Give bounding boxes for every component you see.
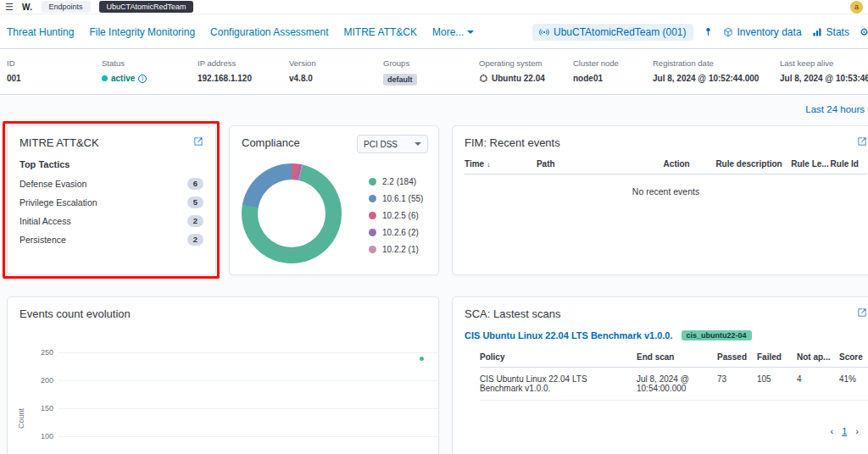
fim-col-rule-description[interactable]: Rule description <box>715 159 791 169</box>
agent-os-label: Operating system <box>479 58 573 68</box>
sca-col-not-applicable[interactable]: Not ap... <box>797 352 839 362</box>
gridline <box>58 408 438 409</box>
fim-col-action[interactable]: Action <box>664 159 716 169</box>
y-tick-100: 100 <box>31 432 438 440</box>
pagination-prev-icon[interactable]: ‹ <box>831 426 834 436</box>
agent-selector-pill[interactable]: UbuCTAtomicRedTeam (001) <box>532 24 693 41</box>
legend-label: 10.2.2 (1) <box>382 245 419 254</box>
compliance-standard-select[interactable]: PCI DSS <box>357 135 428 153</box>
agent-id-field: ID 001 <box>7 58 102 94</box>
sca-col-passed[interactable]: Passed <box>717 352 757 362</box>
tactic-row-defense-evasion[interactable]: Defense Evasion 6 <box>8 174 215 193</box>
mitre-popout-icon[interactable] <box>193 136 203 147</box>
tab-more-menu[interactable]: More... <box>432 26 474 38</box>
sca-scan-row[interactable]: CIS Ubuntu Linux 22.04 LTS Benchmark v1.… <box>480 368 868 401</box>
module-tabs: Threat Hunting File Integrity Monitoring… <box>7 14 474 49</box>
legend-item[interactable]: 10.6.1 (55) <box>369 194 423 203</box>
tactic-row-persistence[interactable]: Persistence 2 <box>8 230 215 249</box>
stats-bars-icon <box>812 27 822 37</box>
sca-scans-table: Policy End scan Passed Failed Not ap... … <box>480 352 868 401</box>
configuration-button[interactable]: ⚙ Configuration <box>860 26 868 38</box>
inventory-data-button[interactable]: Inventory data <box>723 26 802 38</box>
legend-label: 10.6.1 (55) <box>382 194 423 203</box>
compliance-legend: 2.2 (184) 10.6.1 (55) 10.2.5 (6) 10.2.6 … <box>369 177 423 254</box>
chevron-down-icon <box>415 142 421 146</box>
fim-col-rule-id[interactable]: Rule Id <box>831 159 867 169</box>
mitre-panel-title: MITRE ATT&CK <box>19 136 99 149</box>
legend-item[interactable]: 10.2.2 (1) <box>369 245 423 254</box>
agent-status-value: active <box>111 74 135 83</box>
legend-swatch <box>369 246 376 253</box>
y-tick-250: 250 <box>31 348 438 357</box>
sca-policy-link[interactable]: CIS Ubuntu Linux 22.04 LTS Benchmark v1.… <box>465 330 673 340</box>
tactic-name: Initial Access <box>19 216 71 226</box>
pagination-page-1[interactable]: 1 <box>842 426 847 436</box>
agent-ip-label: IP address <box>198 58 289 68</box>
pagination-next-icon[interactable]: › <box>855 426 859 436</box>
legend-item[interactable]: 2.2 (184) <box>369 177 423 186</box>
breadcrumb-endpoints[interactable]: Endpoints <box>42 1 91 13</box>
sca-policy-badge: cis_ubuntu22-04 <box>682 330 752 340</box>
legend-swatch <box>369 229 376 236</box>
gridline <box>58 436 438 437</box>
tactic-count-badge: 2 <box>187 215 203 227</box>
fim-col-path[interactable]: Path <box>537 159 664 169</box>
fim-panel-title: FIM: Recent events <box>465 136 560 149</box>
agent-id-value: 001 <box>7 74 102 83</box>
tactic-row-privilege-escalation[interactable]: Privilege Escalation 5 <box>8 193 215 212</box>
avatar[interactable]: a <box>850 1 863 14</box>
agent-version-value: v4.8.0 <box>289 74 383 83</box>
fim-events-table: Time ↓ Path Action Rule description Rule… <box>465 159 867 208</box>
tab-configuration-assessment[interactable]: Configuration Assessment <box>210 26 328 38</box>
inventory-data-label: Inventory data <box>737 26 802 38</box>
sca-col-score[interactable]: Score <box>839 352 868 362</box>
status-info-icon[interactable]: i <box>138 75 147 83</box>
sca-latest-scans-panel: SCA: Lastest scans CIS Ubuntu Linux 22.0… <box>452 296 868 454</box>
fim-recent-events-panel: FIM: Recent events Time ↓ Path Action Ru… <box>452 125 868 275</box>
sca-cell-end-scan: Jul 8, 2024 @ 10:54:00.000 <box>637 374 717 393</box>
sca-cell-score: 41% <box>839 374 868 393</box>
legend-item[interactable]: 10.2.6 (2) <box>369 228 423 237</box>
agent-os-value: Ubuntu 22.04 <box>492 74 545 83</box>
menu-icon[interactable]: ☰ <box>5 3 14 12</box>
sca-col-end-scan[interactable]: End scan <box>637 352 717 362</box>
events-y-axis-label: Count <box>17 393 25 444</box>
tab-mitre-attck[interactable]: MITRE ATT&CK <box>344 26 417 38</box>
y-tick-150: 150 <box>31 404 438 412</box>
agent-status-label: Status <box>102 58 198 68</box>
sca-popout-icon[interactable] <box>857 307 867 318</box>
agent-groups-field: Groups default <box>383 58 479 94</box>
legend-item[interactable]: 10.2.5 (6) <box>369 211 423 220</box>
mitre-attck-panel: MITRE ATT&CK Top Tactics Defense Evasion… <box>7 125 216 275</box>
stats-button[interactable]: Stats <box>812 26 849 38</box>
group-default-badge[interactable]: default <box>383 74 417 86</box>
fim-col-rule-level[interactable]: Rule Le... <box>791 159 830 169</box>
sca-col-policy[interactable]: Policy <box>480 352 637 362</box>
pin-icon[interactable] <box>704 27 713 36</box>
agent-registration-label: Registration date <box>653 58 780 68</box>
tab-threat-hunting[interactable]: Threat Hunting <box>7 26 74 38</box>
fim-popout-icon[interactable] <box>857 136 867 147</box>
tab-file-integrity-monitoring[interactable]: File Integrity Monitoring <box>89 26 195 38</box>
sca-cell-passed: 73 <box>717 374 757 393</box>
fim-col-time[interactable]: Time ↓ <box>465 159 537 169</box>
sca-col-failed[interactable]: Failed <box>757 352 797 362</box>
agent-cluster-label: Cluster node <box>573 58 653 68</box>
agent-status-field: Status active i <box>102 58 198 94</box>
agent-info-bar: ID 001 Status active i IP address 192.16… <box>0 49 868 95</box>
legend-label: 10.2.5 (6) <box>382 211 419 220</box>
sca-cell-policy: CIS Ubuntu Linux 22.04 LTS Benchmark v1.… <box>480 374 637 393</box>
time-range-button[interactable]: Last 24 hours <box>805 104 865 114</box>
compliance-donut[interactable] <box>242 163 342 263</box>
agent-nav-row: Threat Hunting File Integrity Monitoring… <box>0 14 868 49</box>
tactic-name: Privilege Escalation <box>19 197 97 208</box>
breadcrumb-current-agent[interactable]: UbuCTAtomicRedTeam <box>99 1 194 13</box>
wazuh-logo[interactable]: W. <box>22 3 33 12</box>
tick-label: 250 <box>31 348 53 357</box>
tactic-row-initial-access[interactable]: Initial Access 2 <box>8 212 215 230</box>
tick-label: 150 <box>31 404 53 412</box>
agent-groups-label: Groups <box>383 58 479 68</box>
tick-label: 100 <box>31 432 53 440</box>
stats-label: Stats <box>826 26 849 38</box>
top-bar: ☰ W. Endpoints UbuCTAtomicRedTeam a <box>0 0 868 14</box>
